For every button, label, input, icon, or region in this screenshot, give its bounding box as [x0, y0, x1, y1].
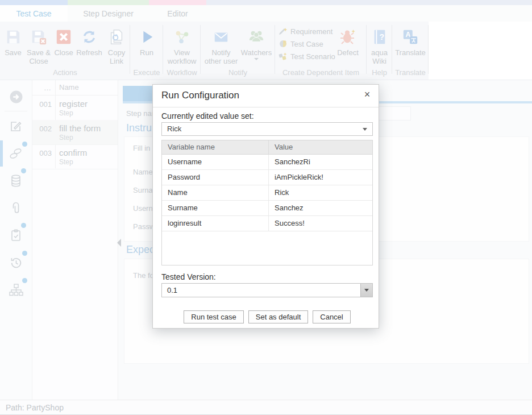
create-test-case-label: Test Case — [290, 40, 323, 48]
field-label-username: Usern — [133, 204, 153, 213]
variable-row[interactable]: Username SanchezRi — [162, 155, 372, 170]
sidebar-selected-indicator — [0, 140, 3, 167]
cancel-button[interactable]: Cancel — [313, 310, 350, 323]
arrow-circle-right-icon — [9, 90, 23, 104]
wiki-book-icon: ? — [372, 27, 388, 47]
save-close-button[interactable]: Save & Close — [25, 22, 52, 65]
watchers-button[interactable]: Watchers — [239, 22, 273, 60]
steps-list-header: … Name — [32, 80, 118, 96]
value-set-selected: Rick — [167, 125, 181, 133]
sidebar-item-data[interactable] — [0, 167, 32, 194]
sitemap-icon — [9, 283, 23, 297]
ribbon-group-help: ? aqua Wiki Help — [367, 22, 392, 80]
variable-row[interactable]: Name Rick — [162, 185, 372, 201]
defect-button[interactable]: Defect — [332, 22, 364, 57]
red-x-close-icon — [55, 27, 72, 47]
copy-link-button[interactable]: Copy Link — [103, 22, 130, 65]
variable-value-cell[interactable]: SanchezRi — [268, 155, 372, 169]
paperclip-icon — [9, 201, 23, 215]
history-clock-icon — [9, 256, 23, 270]
variable-row[interactable]: loginresult Success! — [162, 216, 372, 231]
ribbon-group-actions: Save Save & Close Close Refresh — [0, 22, 130, 80]
group-label-actions: Actions — [0, 68, 130, 77]
sidebar-item-checklist[interactable] — [0, 222, 32, 249]
set-as-default-button[interactable]: Set as default — [248, 310, 309, 323]
panel-collapse-arrow[interactable] — [117, 239, 121, 247]
expected-text: The fo — [133, 271, 154, 280]
tab-accent-stepdesigner — [68, 0, 149, 5]
badge-dot — [22, 142, 27, 147]
run-test-case-button[interactable]: Run test case — [184, 310, 244, 323]
sidebar-separator — [5, 111, 27, 111]
instructions-heading: Instru — [126, 122, 152, 134]
defect-label: Defect — [337, 48, 359, 57]
tested-version-value: 0.1 — [167, 286, 177, 294]
ribbon-group-notify: Notify other user Watchers Notify — [201, 22, 275, 80]
dialog-close-button[interactable]: × — [361, 89, 373, 101]
dialog-titlebar: Run Configuration × — [153, 85, 379, 107]
variable-value-cell[interactable]: Success! — [268, 216, 372, 231]
view-workflow-button[interactable]: View workflow — [164, 22, 200, 65]
field-label-name: Name — [133, 168, 153, 176]
ribbon-tabbar: Test Case Step Designer Editor — [0, 5, 532, 22]
step-row-2[interactable]: 002 fill the form Step — [32, 120, 118, 145]
sidebar-item-attachments[interactable] — [0, 194, 32, 222]
ribbon: Save Save & Close Close Refresh — [0, 22, 532, 80]
variable-value-cell[interactable]: Sanchez — [268, 201, 372, 215]
step-row-3[interactable]: 003 confirm Step — [32, 144, 118, 169]
chevron-down-icon — [363, 128, 367, 131]
ribbon-group-workflow: View workflow Workflow — [163, 22, 201, 80]
create-test-case-item[interactable]: Test Case — [279, 39, 323, 48]
badge-dot — [21, 223, 26, 228]
variable-row[interactable]: Surname Sanchez — [162, 201, 372, 216]
watchers-dropdown-caret — [254, 58, 259, 60]
value-set-select[interactable]: Rick — [161, 122, 373, 136]
tested-version-combo[interactable]: 0.1 — [161, 283, 373, 297]
aqua-wiki-button[interactable]: ? aqua Wiki — [367, 22, 392, 65]
sidebar-item-edit[interactable] — [0, 113, 32, 140]
variable-name-cell: Username — [162, 155, 268, 169]
copy-link-pages-icon — [108, 27, 125, 47]
save-button[interactable]: Save — [1, 22, 25, 57]
value-set-label: Currently edited value set: — [161, 111, 373, 121]
variable-row[interactable]: Password iAmPickleRick! — [162, 170, 372, 185]
ribbon-group-execute: Run Execute — [130, 22, 163, 80]
variable-value-cell[interactable]: Rick — [268, 185, 372, 200]
tab-editor[interactable]: Editor — [149, 5, 206, 22]
tab-test-case-label: Test Case — [16, 9, 51, 18]
dialog-title: Run Configuration — [161, 90, 239, 101]
step-name: fill the form — [59, 123, 101, 133]
translate-button[interactable]: A Translate — [393, 22, 427, 57]
tab-accent-testcase — [0, 0, 68, 5]
run-button[interactable]: Run — [134, 22, 160, 57]
variables-table-header: Variable name Value — [162, 140, 372, 155]
status-bar: Path: PartyShop — [0, 400, 532, 415]
app-window: Test Case Step Designer Editor Save Save… — [0, 0, 532, 415]
tested-version-dropdown-button[interactable] — [360, 284, 372, 297]
close-button[interactable]: Close — [52, 22, 75, 57]
translate-a-icon: A — [402, 27, 419, 47]
variable-value-cell[interactable]: iAmPickleRick! — [268, 170, 372, 185]
watchers-label: Watchers — [241, 48, 272, 57]
badge-dot — [21, 168, 26, 173]
group-label-workflow: Workflow — [163, 68, 201, 77]
variable-name-cell: loginresult — [162, 216, 268, 231]
close-label: Close — [54, 48, 73, 57]
tab-step-designer[interactable]: Step Designer — [68, 5, 149, 22]
sidebar-item-history[interactable] — [0, 249, 32, 276]
sidebar-item-steps[interactable] — [0, 140, 32, 167]
step-number: 001 — [32, 100, 52, 109]
create-test-scenario-label: Test Scenario — [290, 52, 335, 61]
floppy-save-close-icon — [30, 27, 47, 47]
sidebar-item-hierarchy[interactable] — [0, 276, 32, 304]
notify-other-user-button[interactable]: Notify other user — [203, 22, 239, 65]
create-test-scenario-item[interactable]: Test Scenario — [279, 52, 335, 61]
step-number: 002 — [32, 125, 52, 133]
floppy-save-icon — [5, 27, 22, 47]
sidebar-item-collapse[interactable] — [0, 83, 32, 110]
create-requirement-item[interactable]: Requirement — [279, 27, 332, 36]
field-label-password: Passw — [133, 222, 155, 231]
tab-test-case[interactable]: Test Case — [0, 5, 68, 22]
step-row-1[interactable]: 001 register Step — [32, 96, 118, 121]
refresh-button[interactable]: Refresh — [75, 22, 103, 57]
